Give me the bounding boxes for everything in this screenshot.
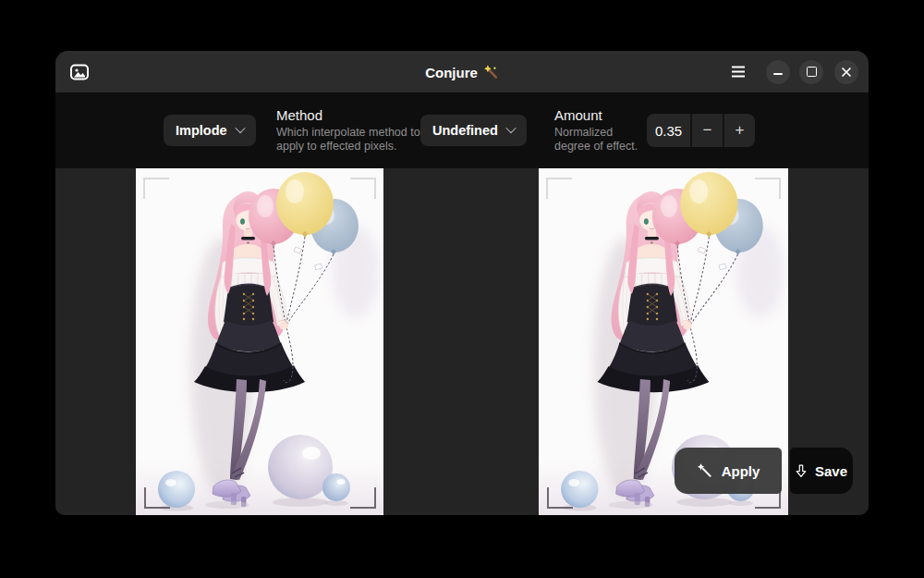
save-button-label: Save bbox=[815, 463, 847, 479]
preview-area: Apply Save bbox=[55, 168, 869, 515]
amount-field: Amount Normalized degree of effect. bbox=[554, 107, 647, 154]
amount-label: Amount bbox=[554, 107, 647, 124]
method-dropdown-label: Undefined bbox=[432, 123, 498, 138]
method-description: Which interpolate method to apply to eff… bbox=[276, 126, 420, 154]
effect-toolbar: Implode Method Which interpolate method … bbox=[55, 92, 869, 168]
chevron-down-icon bbox=[235, 122, 245, 132]
download-arrow-icon bbox=[796, 463, 807, 479]
apply-button-label: Apply bbox=[722, 463, 760, 479]
menu-button[interactable] bbox=[726, 60, 750, 84]
page-title: Conjure bbox=[425, 64, 499, 80]
amount-description: Normalized degree of effect. bbox=[554, 126, 647, 154]
amount-increase-button[interactable]: + bbox=[724, 114, 755, 147]
apply-button[interactable]: Apply bbox=[675, 448, 782, 494]
effect-dropdown-label: Implode bbox=[176, 123, 227, 138]
app-window: Conjure bbox=[55, 51, 869, 515]
action-button-group: Apply Save bbox=[675, 448, 853, 494]
amount-value[interactable]: 0.35 bbox=[647, 114, 690, 147]
method-field: Method Which interpolate method to apply… bbox=[276, 107, 420, 154]
window-minimize-icon bbox=[773, 73, 783, 75]
titlebar: Conjure bbox=[55, 51, 869, 92]
original-artwork bbox=[136, 168, 383, 515]
magic-wand-emoji-icon bbox=[483, 64, 499, 80]
maximize-button[interactable] bbox=[799, 60, 823, 84]
close-button[interactable] bbox=[834, 60, 858, 84]
save-button[interactable]: Save bbox=[790, 448, 853, 494]
hamburger-menu-icon bbox=[731, 66, 746, 78]
method-dropdown[interactable]: Undefined bbox=[420, 115, 527, 146]
chevron-down-icon bbox=[505, 122, 516, 132]
effect-dropdown[interactable]: Implode bbox=[164, 115, 256, 146]
image-viewer-icon bbox=[69, 62, 90, 82]
amount-spinbutton: 0.35 − + bbox=[647, 114, 755, 147]
minimize-button[interactable] bbox=[766, 60, 790, 84]
image-preview-original bbox=[136, 168, 383, 515]
window-close-icon bbox=[842, 68, 851, 77]
magic-wand-icon bbox=[697, 462, 713, 479]
window-maximize-icon bbox=[807, 67, 817, 77]
amount-decrease-button[interactable]: − bbox=[692, 114, 723, 147]
method-label: Method bbox=[276, 107, 420, 124]
window-title-text: Conjure bbox=[425, 64, 478, 80]
app-icon-button[interactable] bbox=[67, 60, 91, 84]
